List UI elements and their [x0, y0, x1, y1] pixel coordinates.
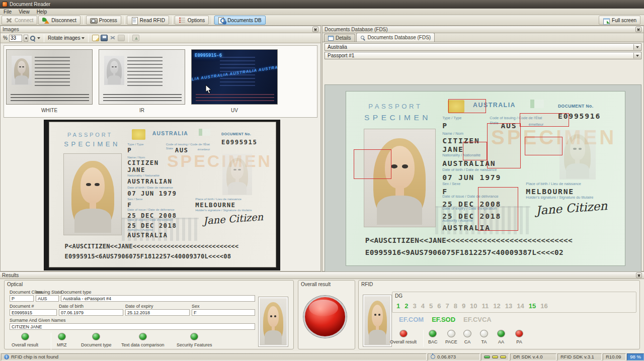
connect-button[interactable]: Connect	[2, 16, 37, 25]
chevron-down-icon[interactable]	[633, 44, 640, 50]
zoom-dropdown-icon[interactable]	[37, 37, 40, 39]
document-number-field[interactable]	[10, 309, 57, 316]
status-led	[515, 330, 523, 337]
save-image-icon[interactable]	[101, 35, 108, 41]
security-feature-box	[487, 123, 521, 168]
close-icon[interactable]	[635, 27, 641, 32]
security-feature-box	[478, 187, 518, 231]
led-pa: PA	[515, 330, 523, 344]
expiry-date-field[interactable]	[125, 309, 190, 316]
disconnect-button[interactable]: Disconnect	[38, 16, 80, 25]
status-rfid-sdk: RFID SDK v.3.1	[557, 353, 602, 360]
search-icon	[360, 35, 366, 40]
thumbnail-caption: IR	[99, 108, 185, 113]
white-light-image	[6, 49, 93, 105]
export-icon[interactable]	[132, 35, 139, 41]
status-led	[429, 330, 437, 337]
tab-documents-database[interactable]: Documents Database (FDS)	[356, 33, 435, 42]
rotate-dropdown-icon[interactable]	[82, 37, 85, 39]
document-select[interactable]: Passport #1	[325, 52, 641, 59]
status-led	[480, 330, 488, 337]
led-ta: TA	[480, 330, 488, 344]
chevron-down-icon[interactable]	[633, 53, 640, 58]
images-panel-header: Images	[1, 26, 320, 33]
thumbnail-uv[interactable]: E0995915-6 ALIA AUSTRALIA AUSTRALIA AUST…	[191, 49, 278, 117]
close-icon[interactable]	[636, 273, 642, 278]
flag-icon	[530, 100, 544, 108]
led-text-data-comparison: Text data comparison	[121, 333, 165, 347]
status-led	[58, 333, 66, 340]
birth-date-field[interactable]	[59, 309, 123, 316]
documents-db-button[interactable]: Documents DB	[214, 16, 265, 25]
close-icon[interactable]	[312, 27, 318, 32]
ghost-photo	[559, 130, 596, 179]
uv-image: E0995915-6 ALIA AUSTRALIA AUSTRALIA AUST…	[191, 49, 278, 105]
scissors-icon[interactable]	[109, 35, 116, 41]
device-led-icon	[500, 355, 506, 358]
menu-file[interactable]: File	[0, 9, 15, 15]
full-screen-button[interactable]: Full screen	[599, 16, 640, 25]
toolbar-separator	[172, 16, 173, 24]
status-bar: RFID chip is not found 0.06.873 DR SDK v…	[0, 352, 644, 361]
documents-database-panel: Documents Database (FDS) Details Documen…	[322, 26, 644, 272]
tab-details[interactable]: Details	[324, 34, 355, 42]
open-image-icon[interactable]	[92, 35, 99, 41]
main-toolbar: Connect Disconnect Process Read RFID Opt…	[0, 15, 644, 26]
sex-field[interactable]	[192, 309, 255, 316]
thumbnail-ir[interactable]: IR	[99, 49, 185, 117]
status-led	[139, 333, 147, 340]
process-button[interactable]: Process	[86, 16, 121, 25]
specimen-watermark: SPECIMEN	[167, 151, 272, 171]
document-type-field[interactable]	[61, 295, 255, 302]
results-header: Results	[0, 272, 644, 279]
full-screen-icon	[603, 17, 610, 24]
thumbnail-white[interactable]: WHITE	[6, 49, 93, 117]
thumb-portrait	[104, 56, 124, 85]
mouse-cursor	[205, 84, 212, 95]
mrz-line-2: E0995916<9AUS7906075F1812257<40009387L<<…	[365, 248, 564, 256]
uv-docno-text: E0995915-6	[195, 53, 222, 58]
read-rfid-button[interactable]: Read RFID	[127, 16, 169, 25]
toolbar-separator	[84, 16, 84, 24]
names-field[interactable]	[10, 323, 255, 330]
stopwatch-icon	[431, 354, 435, 359]
country-select[interactable]: Australia	[325, 43, 641, 51]
issuing-state-field[interactable]	[36, 295, 59, 302]
menu-view[interactable]: View	[15, 9, 33, 15]
rotate-images-button[interactable]: Rotate images	[48, 35, 80, 41]
status-release: R10.09	[603, 353, 626, 360]
security-feature-box	[520, 113, 569, 127]
window-title: Document Reader	[10, 2, 50, 7]
status-device-leds	[481, 353, 509, 360]
status-message: RFID chip is not found	[1, 353, 427, 360]
passport-image-white: PASSPORT SPECIMEN AUSTRALIA SPECIMEN DOC…	[49, 122, 276, 267]
options-button[interactable]: Options	[175, 16, 209, 25]
rfid-group: RFID DG 1 2 3 4 5 6 7 8 9 10 11 12 13	[358, 280, 640, 349]
ghost-photo	[222, 154, 252, 195]
images-panel: Images % Rotate images WHITE	[0, 26, 321, 272]
app-icon	[2, 2, 8, 7]
disconnect-icon	[42, 17, 49, 24]
menu-help[interactable]: Help	[33, 9, 51, 15]
data-groups-box: DG 1 2 3 4 5 6 7 8 9 10 11 12 13 14 15 1…	[392, 292, 636, 313]
process-icon	[90, 17, 97, 24]
status-led	[21, 333, 29, 340]
toolbar-separator	[124, 16, 125, 24]
document-class-field[interactable]	[10, 295, 34, 302]
zoom-value-input[interactable]	[9, 35, 22, 42]
coat-of-arms-icon	[132, 129, 145, 139]
mrz-line-2: E0995915<6AUS7906075F1812257<40009370L<<…	[65, 253, 231, 260]
folder-icon[interactable]	[118, 35, 125, 41]
device-led-icon	[484, 355, 490, 358]
title-bar: Document Reader	[0, 0, 644, 9]
reference-passport-image: PASSPORT SPECIMEN AUSTRALIA SPECIMEN DOC…	[346, 91, 625, 266]
details-icon	[328, 36, 334, 41]
led-mrz: MRZ	[57, 333, 67, 347]
led-bac: BAC	[428, 330, 438, 344]
led-aa: AA	[497, 330, 505, 344]
zoom-spinner[interactable]	[24, 35, 28, 42]
db-panel-header: Documents Database (FDS)	[323, 26, 643, 33]
magnifier-icon[interactable]	[30, 35, 36, 41]
mrz-line-1: P<AUSCITIZEN<<JANE<<<<<<<<<<<<<<<<<<<<<<…	[365, 236, 573, 244]
menu-bar: File View Help	[0, 9, 644, 15]
